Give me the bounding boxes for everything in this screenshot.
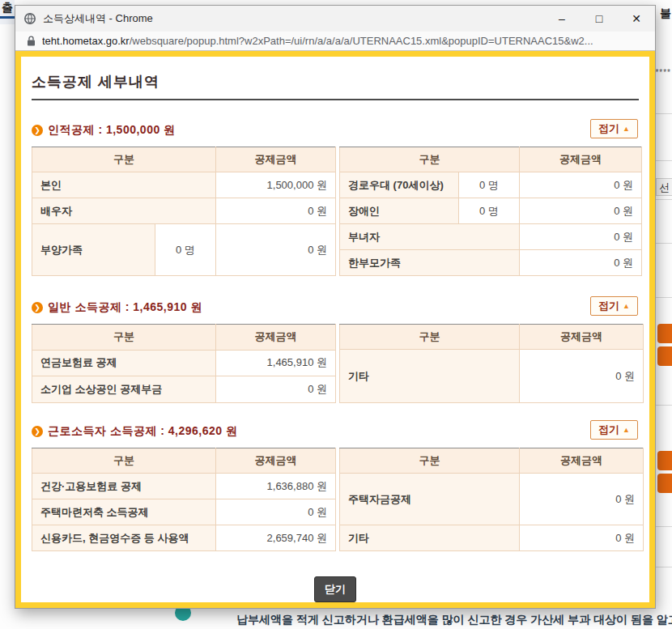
table-row: 연금보험료 공제 1,465,910 원 bbox=[32, 350, 336, 376]
col-header-gubun: 구분 bbox=[32, 147, 216, 172]
close-button-row: 닫기 bbox=[32, 576, 639, 602]
collapse-label: 접기 bbox=[598, 121, 619, 136]
bg-hline bbox=[656, 297, 672, 298]
bg-hline bbox=[656, 405, 672, 406]
general-table-right: 구분 공제금액 기타 0 원 bbox=[339, 324, 644, 403]
section-header-personal: ❯ 인적공제 : 1,500,000 원 접기 ▲ bbox=[32, 121, 639, 140]
col-header-gubun: 구분 bbox=[32, 448, 216, 474]
row-amount: 0 원 bbox=[520, 525, 644, 551]
window-titlebar: 소득상세내역 - Chrome – □ ✕ bbox=[15, 6, 655, 32]
bg-sun-fragment: 선 bbox=[656, 178, 672, 196]
maximize-button[interactable]: □ bbox=[581, 6, 618, 32]
table-header-row: 구분 공제금액 bbox=[32, 448, 336, 474]
window-controls: – □ ✕ bbox=[543, 6, 655, 32]
row-count: 0 명 bbox=[459, 198, 520, 224]
row-label: 배우자 bbox=[32, 198, 216, 224]
collapse-arrow-icon: ▲ bbox=[623, 302, 630, 310]
earned-income-table-right: 구분 공제금액 주택자금공제 0 원 기타 0 원 bbox=[339, 448, 644, 551]
bg-hline bbox=[656, 243, 672, 244]
row-label: 기타 bbox=[340, 350, 520, 403]
col-header-amount: 공제금액 bbox=[520, 448, 644, 474]
section-title: 인적공제 : 1,500,000 원 bbox=[48, 123, 176, 138]
collapse-button-earned-income[interactable]: 접기 ▲ bbox=[590, 420, 638, 440]
url-domain: teht.hometax.go.kr bbox=[42, 35, 130, 47]
screen: 출 불 **** 선 납부세액을 적게 신고하거나 환급세액을 많이 신고한 경… bbox=[0, 0, 672, 629]
table-row: 장애인 0 명 0 원 bbox=[340, 198, 642, 224]
row-amount: 0 원 bbox=[216, 499, 336, 525]
row-label: 부양가족 bbox=[32, 224, 155, 276]
collapse-label: 접기 bbox=[598, 299, 619, 313]
col-header-gubun: 구분 bbox=[340, 147, 520, 172]
row-amount: 0 원 bbox=[520, 350, 644, 403]
bg-orange-button-fragment[interactable] bbox=[657, 451, 672, 470]
col-header-gubun: 구분 bbox=[32, 325, 216, 351]
collapse-button-general[interactable]: 접기 ▲ bbox=[590, 296, 638, 316]
row-amount: 0 원 bbox=[520, 198, 642, 224]
globe-favicon-icon bbox=[23, 12, 36, 25]
section-bullet-icon: ❯ bbox=[32, 125, 43, 136]
row-label: 기타 bbox=[340, 525, 520, 551]
bg-right-top-fragment: 불 bbox=[660, 6, 671, 21]
close-dialog-button[interactable]: 닫기 bbox=[314, 576, 356, 602]
row-label: 한부모가족 bbox=[340, 250, 520, 276]
col-header-amount: 공제금액 bbox=[520, 325, 644, 350]
bg-left-underline bbox=[0, 16, 15, 19]
row-amount: 0 원 bbox=[520, 224, 642, 250]
address-bar[interactable]: teht.hometax.go.kr/websquare/popup.html?… bbox=[15, 32, 655, 51]
table-row: 기타 0 원 bbox=[340, 350, 644, 403]
table-header-row: 구분 공제금액 bbox=[340, 147, 642, 172]
bg-masked-stars: **** bbox=[655, 68, 671, 77]
collapse-label: 접기 bbox=[598, 423, 619, 437]
table-header-row: 구분 공제금액 bbox=[32, 147, 336, 172]
close-window-button[interactable]: ✕ bbox=[618, 6, 655, 32]
earned-income-table-left: 구분 공제금액 건강·고용보험료 공제 1,636,880 원 주택마련저축 소… bbox=[32, 448, 336, 551]
table-row: 본인 1,500,000 원 bbox=[32, 172, 336, 198]
section-bullet-icon: ❯ bbox=[32, 426, 43, 437]
table-header-row: 구분 공제금액 bbox=[340, 325, 644, 350]
row-count: 0 명 bbox=[155, 224, 216, 276]
personal-deduction-tables: 구분 공제금액 본인 1,500,000 원 배우자 0 원 부양가족 0 명 bbox=[32, 147, 639, 276]
bg-hline bbox=[656, 160, 672, 161]
bg-hline bbox=[656, 199, 672, 200]
row-label: 본인 bbox=[32, 172, 216, 198]
row-amount: 0 원 bbox=[520, 250, 642, 276]
row-label: 건강·고용보험료 공제 bbox=[32, 474, 216, 499]
collapse-button-personal[interactable]: 접기 ▲ bbox=[590, 119, 638, 138]
table-row: 한부모가족 0 원 bbox=[340, 250, 642, 276]
table-row: 건강·고용보험료 공제 1,636,880 원 bbox=[32, 474, 336, 499]
window-title: 소득상세내역 - Chrome bbox=[43, 11, 543, 26]
table-row: 배우자 0 원 bbox=[32, 198, 336, 224]
table-row: 주택자금공제 0 원 bbox=[340, 474, 644, 525]
url-path: /websquare/popup.html?w2xPath=/ui/rn/a/a… bbox=[130, 35, 593, 47]
chrome-popup-window: 소득상세내역 - Chrome – □ ✕ teht.hometax.go.kr… bbox=[15, 5, 656, 609]
general-deduction-tables: 구분 공제금액 연금보험료 공제 1,465,910 원 소기업 소상공인 공제… bbox=[32, 324, 639, 403]
bg-bottom-notice: 납부세액을 적게 신고하거나 환급세액을 많이 신고한 경우 가산세 부과 대상… bbox=[236, 613, 672, 627]
bg-orange-button-fragment[interactable] bbox=[657, 346, 672, 366]
bg-orange-button-fragment[interactable] bbox=[657, 324, 672, 343]
table-row: 경로우대 (70세이상) 0 명 0 원 bbox=[340, 172, 642, 198]
bg-orange-button-fragment[interactable] bbox=[657, 474, 672, 493]
row-count: 0 명 bbox=[459, 172, 520, 198]
minimize-button[interactable]: – bbox=[543, 6, 581, 32]
table-row: 소기업 소상공인 공제부금 0 원 bbox=[32, 376, 336, 403]
url-text: teht.hometax.go.kr/websquare/popup.html?… bbox=[42, 35, 593, 47]
table-row: 기타 0 원 bbox=[340, 525, 644, 551]
row-amount: 0 원 bbox=[216, 224, 336, 276]
row-label: 소기업 소상공인 공제부금 bbox=[32, 376, 216, 403]
table-row: 신용카드, 현금영수증 등 사용액 2,659,740 원 bbox=[32, 525, 336, 551]
row-amount: 0 원 bbox=[520, 474, 644, 525]
row-amount: 2,659,740 원 bbox=[216, 525, 336, 551]
section-title: 근로소득자 소득공제 : 4,296,620 원 bbox=[48, 424, 238, 439]
collapse-arrow-icon: ▲ bbox=[623, 426, 630, 434]
general-table-left: 구분 공제금액 연금보험료 공제 1,465,910 원 소기업 소상공인 공제… bbox=[32, 324, 336, 403]
row-label: 연금보험료 공제 bbox=[32, 350, 216, 376]
table-header-row: 구분 공제금액 bbox=[32, 325, 336, 351]
row-label: 경로우대 (70세이상) bbox=[340, 172, 459, 198]
col-header-amount: 공제금액 bbox=[216, 147, 336, 172]
row-amount: 1,636,880 원 bbox=[216, 474, 336, 499]
row-label: 주택마련저축 소득공제 bbox=[32, 499, 216, 525]
section-header-general: ❯ 일반 소득공제 : 1,465,910 원 접기 ▲ bbox=[32, 298, 639, 317]
collapse-arrow-icon: ▲ bbox=[623, 125, 630, 133]
lock-icon bbox=[27, 36, 36, 46]
row-label: 주택자금공제 bbox=[340, 474, 520, 525]
